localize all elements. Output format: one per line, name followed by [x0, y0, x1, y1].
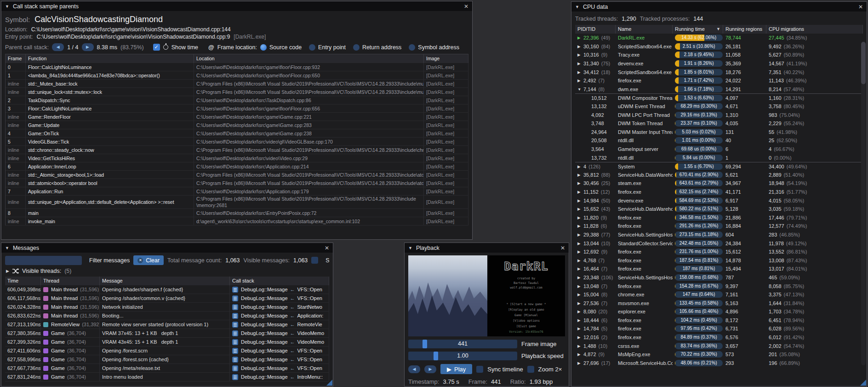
callstack-row[interactable]: 6 Application::InnerLoop C:\Users\wolf\D… [6, 162, 468, 171]
callstack-caller[interactable]: VFS::Open [297, 357, 322, 362]
callstack-list-icon[interactable] [232, 330, 238, 336]
callstack-row[interactable]: 5 VideoGLBase::Tick C:\Users\wolf\Deskto… [6, 138, 468, 146]
cpu-row[interactable]: ▶ 4,768 (7) firefox.exe 187.54 ms (0.81%… [575, 256, 863, 265]
callstack-entry[interactable]: DebugLog::Message [241, 357, 288, 362]
callstack-row[interactable]: 7 Application::Run C:\Users\wolf\Desktop… [6, 187, 468, 196]
callstack-caller[interactable]: StartNetwo [297, 304, 322, 310]
callstack-entry[interactable]: DebugLog::Message [241, 304, 288, 310]
cpu-row[interactable]: ▶ 18,444 (6) firefox.exe 104.2 ms (0.45%… [575, 316, 863, 325]
cpu-row[interactable]: ▶ 11,820 (9) firefox.exe 346.58 ms (1.50… [575, 213, 863, 222]
expand-icon[interactable]: ▶ [577, 44, 583, 49]
cpu-row[interactable]: ▶ 12,016 (2) firefox.exe 84.89 ms (0.37%… [575, 333, 863, 342]
callstack-row[interactable]: inline std::unique_lock<std::mutex>::loc… [6, 88, 468, 96]
expand-icon[interactable]: ▶ [577, 326, 583, 331]
callstack-list-icon[interactable] [232, 304, 238, 310]
callstack-entry[interactable]: DebugLog::Message [241, 295, 288, 301]
callstack-entry[interactable]: DebugLog::Message [241, 339, 288, 345]
frame-location-radio[interactable]: Symbol address [409, 44, 459, 51]
expand-icon[interactable]: ▶ [577, 335, 583, 340]
collapse-icon[interactable]: ▼ [575, 5, 579, 9]
scrollbar-thumb[interactable] [861, 42, 866, 84]
close-icon[interactable]: ✕ [858, 4, 863, 10]
cpu-row[interactable]: ▶ 22,396 (49) DarkRL.exe 14.33 s (62.06%… [575, 34, 863, 42]
show-frame-checkbox[interactable] [311, 257, 318, 264]
resize-grip[interactable] [326, 380, 332, 386]
cpu-row[interactable]: ▶ 27,696 (17) Microsoft.ServiceHub.Co 48… [575, 359, 863, 368]
frame-location-radio[interactable]: Source code [260, 44, 302, 51]
cpu-row[interactable]: ▶ 11,828 (6) firefox.exe 291.26 ms (1.26… [575, 222, 863, 231]
collapse-icon[interactable]: ▼ [408, 246, 412, 250]
expand-icon[interactable]: ▶ [577, 301, 583, 306]
cpu-row[interactable]: ▶ 16,464 (7) firefox.exe 187 ms (0.81%) [575, 265, 863, 273]
cpu-row[interactable]: 13,732 ntdll.dll 5.84 us (0.00%) 1 [575, 153, 863, 162]
entry-point-path[interactable]: C:\Users\wolf\Desktop\darkrl\src\game\vi… [37, 34, 230, 40]
cpu-row[interactable]: 4,092 DWM LPC Port Thread 29.16 ms (0.13… [575, 110, 863, 119]
resize-grip[interactable] [860, 380, 866, 386]
expand-icon[interactable]: ▶ [577, 275, 583, 280]
callstack-row[interactable]: inline std::atomic<bool>::operator bool … [6, 179, 468, 187]
cpu-row[interactable]: 24,964 DWM Master Input Threa 5.03 ms (0… [575, 128, 863, 137]
message-row[interactable]: 626,024,328ns Main thread (31,596) Netwo… [5, 303, 329, 312]
show-time-checkbox[interactable]: ✓ [153, 44, 160, 51]
cpu-row[interactable]: ▼ 7,144 (8) dwm.exe 1.66 s (7.18%) [575, 85, 863, 94]
zoom-2x-checkbox[interactable] [527, 366, 534, 373]
expand-icon[interactable]: ▶ [577, 164, 583, 169]
message-row[interactable]: 606,049,398ns Main thread (31,596) Openi… [5, 285, 329, 294]
cpu-row[interactable]: ▶ 8,080 (20) explorer.exe 105.66 ms (0.4… [575, 307, 863, 316]
callstack-caller[interactable]: VideoMemo [297, 330, 325, 336]
expand-icon[interactable]: ▶ [577, 232, 583, 237]
callstack-list-icon[interactable] [232, 357, 238, 363]
cpu-row[interactable]: ▶ 15,004 (8) chrome.exe 147 ms (0.64%) [575, 290, 863, 299]
frame-location-radio[interactable]: Entry point [309, 44, 346, 51]
expand-icon[interactable]: ▶ [577, 61, 583, 66]
callstack-caller[interactable]: VFS::Open [297, 348, 322, 353]
callstack-entry[interactable]: DebugLog::Message [241, 322, 288, 327]
expand-icon[interactable]: ▶ [577, 52, 583, 57]
cpu-row[interactable]: ▶ 4,872 (9) MsMpEng.exe 70.22 ms (0.30%) [575, 350, 863, 359]
step-forward-button[interactable]: ▶ [424, 365, 436, 373]
expand-icon[interactable]: ▼ [577, 87, 583, 92]
close-icon[interactable]: ✕ [464, 3, 468, 10]
callstack-row[interactable]: 0 Floor::CalcLightNoLuminance C:\Users\w… [6, 63, 468, 71]
callstack-caller[interactable]: IntroMenu:: [297, 374, 323, 380]
cpu-row[interactable]: 20,508 ntdll.dll 1.01 ms (0.00%) 40 [575, 136, 863, 145]
expand-icon[interactable]: ▶ [577, 292, 583, 297]
message-row[interactable]: 627,411,606ns Game (36,704) Opening /for… [5, 347, 329, 355]
expand-icon[interactable]: ▶ [577, 352, 583, 357]
cpu-row[interactable]: ▶ 13,044 (10) StandardCollector.Servic 2… [575, 239, 863, 248]
prev-parent-button[interactable]: ◀ [52, 43, 64, 51]
message-row[interactable]: 627,667,736ns Game (36,704) Opening /met… [5, 364, 329, 373]
filter-input[interactable] [5, 256, 82, 265]
callstack-row[interactable]: inline Game::RenderFloor C:\Users\wolf\D… [6, 113, 468, 121]
frame-image-slider[interactable]: 441 [408, 340, 517, 348]
message-row[interactable]: 627,831,246ns Game (36,704) Intro menu l… [5, 373, 329, 381]
message-row[interactable]: 627,558,996ns Game (36,704) Opening /for… [5, 355, 329, 364]
callstack-list-icon[interactable] [232, 374, 238, 380]
expand-icon[interactable]: ▶ [577, 198, 583, 203]
callstack-row[interactable]: 4 Game::OnTick C:\Users\wolf\Desktop\dar… [6, 129, 468, 138]
callstack-entry[interactable]: DebugLog::Message [241, 287, 288, 292]
expand-icon[interactable]: ▶ [577, 266, 583, 271]
expand-icon[interactable]: ▶ [577, 215, 583, 220]
cpu-row[interactable]: ▶ 30,456 (25) steam.exe 643.61 ms (2.79%… [575, 179, 863, 188]
callstack-caller[interactable]: VideoMemo [297, 339, 325, 345]
cpu-row[interactable]: ▶ 15,652 (43) ServiceHub.DataWareho 580.… [575, 205, 863, 214]
callstack-list-icon[interactable] [232, 365, 238, 371]
next-parent-button[interactable]: ▶ [82, 43, 94, 51]
callstack-row[interactable]: 1 <lambda_84a19dc444fae966ca174e83e708bd… [6, 71, 468, 80]
callstack-row[interactable]: 3 Floor::CalcLightNoLuminance C:\Users\w… [6, 104, 468, 113]
col-header-pid[interactable]: PID/TID [575, 25, 616, 34]
cpu-row[interactable]: ▶ 27,536 (7) msvsmon.exe 133.45 ms (0.58… [575, 299, 863, 307]
col-header-running-regions[interactable]: Running regions [723, 25, 766, 34]
callstack-list-icon[interactable] [232, 348, 238, 354]
callstack-list-icon[interactable] [232, 322, 238, 328]
cpu-row[interactable]: ▶ 13,048 (7) firefox.exe 154.28 ms (0.67… [575, 282, 863, 290]
expand-icon[interactable]: ▶ [577, 35, 583, 40]
callstack-row[interactable]: inline std::_Atomic_storage<bool,1>::loa… [6, 171, 468, 179]
callstack-titlebar[interactable]: ▼ Call stack sample parents ✕ [1, 1, 472, 11]
expand-icon[interactable]: ▶ [577, 284, 583, 289]
expand-icon[interactable]: ▶ [577, 224, 583, 228]
callstack-list-icon[interactable] [232, 339, 238, 345]
callstack-entry[interactable]: DebugLog::Message [241, 313, 288, 318]
messages-titlebar[interactable]: ▼ Messages ✕ [1, 243, 333, 253]
